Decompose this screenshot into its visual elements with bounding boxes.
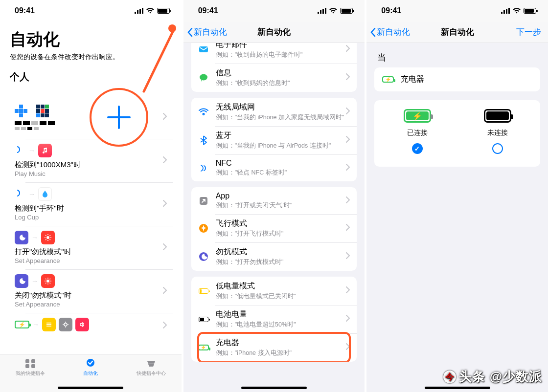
chevron-left-icon — [370, 28, 376, 37]
cell-subtitle: Play Music — [15, 170, 156, 177]
option-label: 未连接 — [487, 129, 508, 137]
trigger-bluetooth[interactable]: 蓝牙例如："当我的 iPhone 与 AirPods 连接时" — [191, 126, 357, 154]
screen-charger-config: 09:41 新自动化 新自动化 下一步 当 ⚡ 充电器 ⚡ 已连接 — [366, 0, 548, 392]
back-button[interactable]: 新自动化 — [187, 26, 227, 38]
battery-charging-icon: ⚡ — [404, 109, 431, 123]
trigger-dnd[interactable]: 勿扰模式例如："打开勿扰模式时" — [191, 242, 357, 271]
tab-label: 快捷指令中心 — [137, 370, 166, 377]
chevron-right-icon — [346, 343, 350, 352]
status-time: 09:41 — [198, 6, 218, 15]
chevron-right-icon — [163, 113, 167, 122]
svg-rect-32 — [25, 364, 29, 368]
row-example: 例如："收到曲扬的电子邮件时" — [216, 51, 346, 59]
row-example: 例如："当我的 iPhone 与 AirPods 连接时" — [216, 142, 346, 150]
list-action-icon — [42, 318, 56, 331]
next-button[interactable]: 下一步 — [516, 26, 541, 38]
wifi-icon — [329, 8, 337, 14]
automation-item-3[interactable]: → 打开"勿扰模式"时 Set Appearance — [9, 226, 173, 269]
svg-rect-31 — [31, 359, 35, 363]
status-icons — [135, 8, 170, 14]
svg-rect-1 — [137, 10, 138, 14]
wifi-icon — [513, 8, 521, 14]
bluetooth-icon — [198, 135, 209, 146]
moon-icon — [198, 251, 209, 262]
arrow-right-mini-icon: → — [32, 321, 39, 328]
nav-title: 新自动化 — [257, 26, 291, 38]
row-title: 蓝牙 — [216, 131, 346, 141]
app-icon — [198, 196, 209, 206]
trigger-scroll[interactable]: 电子邮件例如："收到曲扬的电子邮件时" 信息例如："收到妈妈的信息时" 无线局域… — [183, 43, 365, 392]
chevron-right-icon — [163, 322, 167, 330]
option-connected[interactable]: ⚡ 已连接 — [379, 109, 455, 154]
row-example: 例如："收到妈妈的信息时" — [216, 79, 346, 87]
trigger-email[interactable]: 电子邮件例如："收到曲扬的电子邮件时" — [191, 43, 357, 64]
options-card: ⚡ 已连接 未连接 — [374, 100, 540, 167]
status-icons — [501, 8, 536, 14]
cell-subtitle: Log Cup — [15, 214, 156, 221]
cellular-icon — [501, 8, 510, 14]
cell-title: 关闭"勿扰模式"时 — [15, 291, 156, 300]
row-title: 低电量模式 — [216, 281, 346, 291]
automation-item-4[interactable]: → 关闭"勿扰模式"时 Set Appearance — [9, 269, 173, 313]
charger-icon: ⚡ — [15, 321, 29, 328]
arrow-right-mini-icon: → — [31, 234, 38, 241]
trigger-airplane[interactable]: 飞行模式例如："打开飞行模式时" — [191, 214, 357, 242]
trigger-message[interactable]: 信息例如："收到妈妈的信息时" — [191, 64, 357, 92]
svg-point-34 — [87, 359, 94, 367]
trigger-summary-card: ⚡ 充电器 — [374, 67, 540, 91]
svg-rect-44 — [501, 12, 502, 14]
cell-title: 检测到"手环"时 — [15, 204, 156, 213]
status-bar: 09:41 — [366, 0, 548, 22]
cellular-icon — [135, 8, 143, 14]
battery-full-icon — [484, 109, 511, 123]
back-button[interactable]: 新自动化 — [370, 26, 410, 38]
automation-item-1[interactable]: → 检测到"1000XM3"时 Play Music — [9, 139, 173, 182]
trigger-battery-level[interactable]: 电池电量例如："电池电量超过50%时" — [191, 305, 357, 333]
row-example: 例如："当我的 iPhone 加入家庭无线局域网时" — [216, 113, 346, 122]
svg-rect-38 — [325, 8, 326, 14]
svg-rect-3 — [142, 8, 143, 14]
trigger-lowpower[interactable]: 低电量模式例如："低电量模式已关闭时" — [191, 277, 357, 305]
chevron-right-icon — [163, 287, 167, 296]
row-example: 例如："iPhone 接入电源时" — [216, 349, 346, 357]
row-title: 飞行模式 — [216, 218, 346, 229]
tab-shortcuts[interactable]: 我的快捷指令 — [0, 354, 61, 392]
tab-gallery[interactable]: 快捷指令中心 — [121, 354, 182, 392]
automation-list-scroll[interactable]: → 检测到"1000XM3"时 Play Music → 检测到"手环"时 — [0, 93, 182, 354]
trigger-wifi[interactable]: 无线局域网例如："当我的 iPhone 加入家庭无线局域网时" — [191, 98, 357, 126]
automation-item-2[interactable]: → 检测到"手环"时 Log Cup — [9, 182, 173, 226]
battery-icon — [340, 8, 353, 14]
when-label: 当 — [366, 43, 548, 67]
sun-icon — [41, 274, 55, 288]
row-title: 电池电量 — [216, 309, 346, 320]
sun-icon — [41, 231, 55, 244]
automation-item-5[interactable]: ⚡ → — [9, 313, 173, 339]
svg-rect-33 — [31, 364, 35, 368]
radio-unselected-icon[interactable] — [492, 143, 503, 154]
bluetooth-icon — [15, 144, 25, 157]
annotation-pointer-dot — [168, 24, 176, 32]
chevron-right-icon — [346, 73, 350, 82]
trigger-nfc[interactable]: NFC例如："轻点 NFC 标签时" — [191, 154, 357, 181]
svg-rect-2 — [139, 9, 141, 14]
status-time: 09:41 — [381, 6, 401, 15]
back-label: 新自动化 — [377, 26, 410, 38]
home-indicator[interactable] — [58, 387, 123, 389]
status-bar: 09:41 — [183, 0, 365, 22]
svg-rect-46 — [506, 9, 507, 14]
trigger-name: 充电器 — [401, 74, 424, 85]
home-indicator[interactable] — [425, 387, 490, 389]
svg-point-25 — [64, 323, 67, 326]
radio-selected-icon[interactable] — [412, 143, 423, 154]
trigger-app[interactable]: App例如："打开或关闭'天气'时" — [191, 187, 357, 214]
airplane-icon — [198, 223, 209, 234]
plus-icon[interactable] — [105, 104, 133, 131]
sound-action-icon — [75, 318, 89, 331]
music-app-icon — [38, 144, 52, 157]
option-disconnected[interactable]: 未连接 — [460, 109, 535, 154]
option-label: 已连接 — [407, 129, 428, 137]
mail-icon — [198, 44, 209, 55]
trigger-charger[interactable]: ⚡ 充电器例如："iPhone 接入电源时" — [191, 333, 357, 362]
row-example: 例如："打开勿扰模式时" — [216, 258, 346, 266]
home-indicator[interactable] — [241, 387, 307, 389]
